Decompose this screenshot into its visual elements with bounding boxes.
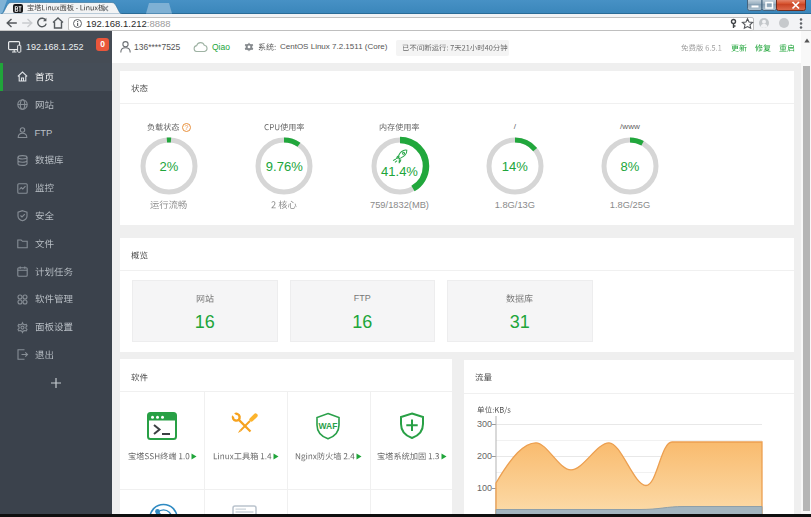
svg-text:?: ? — [184, 123, 188, 130]
svg-text:WAF: WAF — [319, 421, 338, 431]
